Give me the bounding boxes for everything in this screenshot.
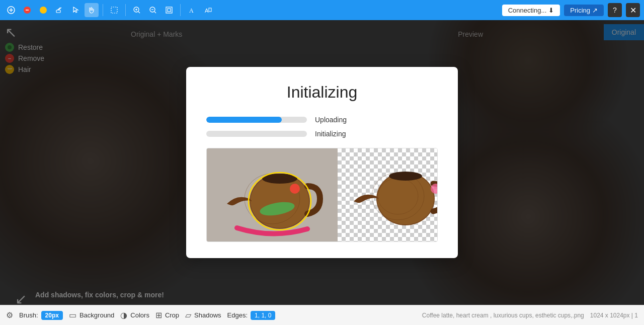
pricing-label: Pricing — [570, 7, 590, 14]
svg-rect-18 — [168, 9, 171, 12]
settings-icon-container[interactable]: ⚙ — [6, 310, 13, 320]
shadows-icon: ▱ — [185, 310, 191, 320]
svg-point-31 — [377, 173, 434, 224]
svg-rect-17 — [166, 7, 172, 13]
colors-label: Colors — [130, 311, 149, 319]
svg-rect-21 — [209, 8, 211, 12]
external-link-icon: ↗ — [592, 7, 598, 14]
separator-1 — [103, 4, 103, 16]
pricing-button[interactable]: Pricing ↗ — [564, 5, 604, 16]
separator-3 — [180, 4, 181, 16]
brush-item: Brush: 20px — [19, 311, 63, 320]
original-image — [207, 148, 338, 241]
text-alt-button[interactable]: A — [201, 3, 215, 17]
uploading-progress-fill — [206, 117, 282, 123]
preview-image-svg — [338, 148, 438, 241]
connecting-button[interactable]: Connecting... ⬇ — [502, 5, 560, 16]
zoom-out-button[interactable] — [146, 3, 160, 17]
remove-tool-button[interactable] — [20, 3, 34, 17]
original-image-svg — [207, 148, 338, 241]
svg-point-34 — [389, 172, 422, 181]
background-item[interactable]: ▭ Background — [69, 310, 114, 320]
download-icon: ⬇ — [548, 7, 554, 14]
svg-text:A: A — [205, 8, 209, 14]
toolbar: A A Connecting... ⬇ Pricing ↗ ? ✕ — [0, 0, 644, 20]
svg-line-13 — [138, 12, 140, 13]
status-bar: ⚙ Brush: 20px ▭ Background ◑ Colors ⊞ Cr… — [0, 305, 644, 325]
pointer-button[interactable] — [68, 3, 83, 17]
colors-item[interactable]: ◑ Colors — [120, 310, 149, 320]
shadows-item[interactable]: ▱ Shadows — [185, 310, 221, 320]
text-button[interactable]: A — [185, 3, 199, 17]
initializing-label: Initializing — [315, 130, 346, 138]
background-icon: ▭ — [69, 310, 76, 320]
initializing-progress-row: Initializing — [206, 130, 438, 138]
svg-line-16 — [154, 12, 156, 13]
svg-text:A: A — [189, 7, 194, 14]
initializing-modal: Initializing Uploading Initializing — [186, 67, 458, 258]
svg-rect-6 — [56, 10, 60, 13]
eraser-button[interactable] — [52, 3, 66, 17]
background-label: Background — [79, 311, 114, 319]
restore-tool-button[interactable] — [36, 3, 50, 17]
add-button[interactable] — [4, 3, 18, 17]
close-button[interactable]: ✕ — [626, 3, 640, 17]
shadows-label: Shadows — [194, 311, 221, 319]
modal-overlay: Initializing Uploading Initializing — [0, 20, 644, 305]
fit-screen-button[interactable] — [162, 3, 176, 17]
file-info: Coffee latte, heart cream , luxurious cu… — [422, 312, 584, 319]
modal-images — [206, 148, 438, 242]
svg-point-29 — [290, 184, 300, 194]
svg-point-5 — [40, 7, 47, 14]
zoom-in-button[interactable] — [130, 3, 144, 17]
help-button[interactable]: ? — [608, 3, 622, 17]
toolbar-right: Connecting... ⬇ Pricing ↗ ? ✕ — [502, 3, 640, 17]
crop-label: Crop — [165, 311, 179, 319]
modal-title: Initializing — [206, 83, 438, 102]
brush-size-value[interactable]: 20px — [41, 311, 63, 320]
preview-image — [338, 148, 438, 241]
settings-icon: ⚙ — [6, 310, 13, 320]
separator-2 — [125, 4, 126, 16]
hand-button[interactable] — [85, 3, 99, 17]
crop-icon: ⊞ — [155, 310, 162, 320]
edges-item: Edges: 1, 1, 0 — [227, 311, 276, 320]
uploading-progress-row: Uploading — [206, 116, 438, 124]
edges-value[interactable]: 1, 1, 0 — [251, 311, 275, 320]
dimensions: 1024 x 1024px | 1 — [590, 312, 638, 319]
uploading-progress-bar-container — [206, 117, 307, 123]
crop-item[interactable]: ⊞ Crop — [155, 310, 179, 320]
colors-icon: ◑ — [120, 310, 127, 320]
edges-label: Edges: — [227, 311, 248, 319]
connecting-label: Connecting... — [508, 7, 547, 14]
brush-label: Brush: — [19, 311, 38, 319]
uploading-label: Uploading — [315, 116, 347, 124]
initializing-progress-bar-container — [206, 131, 307, 137]
marquee-button[interactable] — [107, 3, 121, 17]
svg-rect-9 — [111, 7, 117, 13]
